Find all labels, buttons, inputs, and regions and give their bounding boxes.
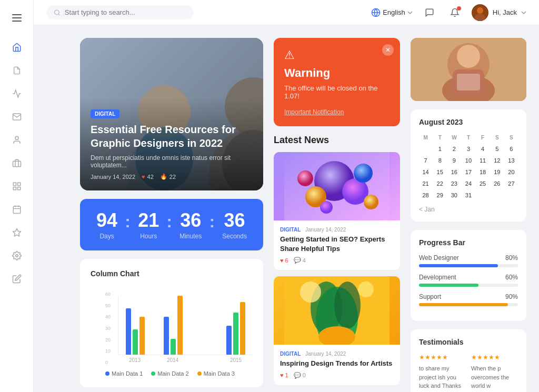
cal-day-7[interactable]: 7	[419, 155, 432, 166]
cal-day-8[interactable]: 8	[433, 155, 446, 166]
svg-marker-13	[13, 229, 21, 236]
news-meta-1: DIGITAL January 14, 2022	[280, 227, 394, 233]
progress-development: Development 60%	[419, 274, 518, 287]
sidebar-item-users[interactable]	[7, 130, 26, 149]
cal-day-4[interactable]: 4	[476, 144, 490, 154]
cal-header-M: M	[419, 133, 432, 143]
chevron-down-icon	[407, 10, 413, 15]
calendar-nav[interactable]: < Jan	[419, 206, 518, 213]
news-card-1[interactable]: DIGITAL January 14, 2022 Getting Started…	[274, 152, 400, 270]
hero-overlay: DIGITAL Essential Free Resources for Gra…	[80, 98, 263, 190]
search-input[interactable]	[65, 8, 186, 16]
cal-prev-label[interactable]: < Jan	[419, 206, 435, 213]
cal-day-9[interactable]: 9	[447, 155, 461, 166]
calendar-title: August 2023	[419, 118, 463, 126]
sidebar-item-messages[interactable]	[7, 107, 26, 126]
legend-dot-orange	[197, 371, 202, 376]
bar-2015-orange	[240, 302, 245, 355]
cal-day-5[interactable]: 5	[491, 144, 504, 154]
countdown-sep-1: :	[125, 212, 131, 232]
cal-day-20[interactable]: 20	[505, 167, 518, 177]
cal-day-empty-4	[505, 190, 518, 200]
progress-fill-3	[419, 303, 508, 306]
warning-title: Warning	[284, 66, 390, 80]
news-card-2[interactable]: DIGITAL January 14, 2022 Inspiring Desig…	[274, 276, 400, 385]
progress-support: Support 90%	[419, 293, 518, 306]
cal-day-28[interactable]: 28	[419, 190, 432, 200]
cal-day-2[interactable]: 2	[447, 144, 461, 154]
sidebar-item-favorites[interactable]	[7, 223, 26, 242]
cal-day-1[interactable]: 1	[433, 144, 446, 154]
warning-close-button[interactable]: ✕	[382, 44, 394, 56]
search-bar[interactable]	[46, 5, 194, 19]
cal-day-31[interactable]: 31	[462, 190, 475, 200]
latest-news-title: Latest News	[274, 135, 400, 146]
cal-day-17[interactable]: 17	[462, 167, 475, 177]
news-reactions-2: ♥ 1 💬 0	[280, 372, 394, 379]
cal-day-6[interactable]: 6	[505, 144, 518, 154]
news-comment-1: 💬 4	[294, 257, 306, 264]
svg-point-43	[358, 282, 374, 297]
svg-rect-5	[13, 183, 16, 185]
language-label: English	[383, 8, 405, 16]
sidebar-item-calendar[interactable]	[7, 200, 26, 219]
sidebar-item-home[interactable]	[7, 38, 26, 57]
bar-2014-blue	[164, 317, 169, 355]
cal-day-14[interactable]: 14	[419, 167, 432, 177]
countdown-widget: 94 Days : 21 Hours : 36 Minutes : 36 Sec…	[80, 199, 263, 250]
middle-column: ✕ ⚠ Warning The office will be closed on…	[274, 38, 400, 392]
news-date-1: January 14, 2022	[305, 227, 346, 233]
hero-tag: DIGITAL	[91, 109, 119, 118]
sidebar-item-analytics[interactable]	[7, 84, 26, 103]
warning-link[interactable]: Important Notification	[284, 108, 390, 116]
sidebar-item-buildings[interactable]	[7, 154, 26, 173]
cal-day-26[interactable]: 26	[491, 178, 504, 189]
sidebar	[0, 0, 34, 392]
cal-day-11[interactable]: 11	[476, 155, 490, 166]
cal-day-empty-2	[476, 190, 490, 200]
testimonial-2: ★★★★★ When the p overcomes the world w s…	[471, 353, 518, 392]
cal-day-24[interactable]: 24	[462, 178, 475, 189]
cal-day-10[interactable]: 10	[462, 155, 475, 166]
bar-2013-orange	[139, 317, 145, 355]
bar-2015-green	[233, 313, 238, 355]
cal-day-18[interactable]: 18	[476, 167, 490, 177]
svg-rect-49	[457, 74, 480, 91]
cal-day-13[interactable]: 13	[505, 155, 518, 166]
cal-day-15[interactable]: 15	[433, 167, 446, 177]
cal-day-12[interactable]: 12	[491, 155, 504, 166]
news-title-1: Getting Started in SEO? Experts Share He…	[280, 235, 394, 254]
chart-legend: Main Data 1 Main Data 2 Main Data 3	[105, 370, 253, 377]
cal-day-3[interactable]: 3	[462, 144, 475, 154]
cal-day-29[interactable]: 29	[433, 190, 446, 200]
cal-day-25[interactable]: 25	[476, 178, 490, 189]
notifications-button[interactable]	[446, 4, 463, 21]
chart-xlabel-2015: 2015	[223, 357, 248, 363]
cal-day-16[interactable]: 16	[447, 167, 461, 177]
cal-day-27[interactable]: 27	[505, 178, 518, 189]
legend-main-data-3: Main Data 3	[197, 370, 235, 377]
sidebar-item-edit[interactable]	[7, 269, 26, 288]
right-hero-image	[411, 38, 526, 101]
cal-day-21[interactable]: 21	[419, 178, 432, 189]
menu-icon[interactable]	[7, 8, 26, 27]
chart-card: Column Chart 0 10 20 30 40 50 60	[80, 259, 263, 387]
cal-day-30[interactable]: 30	[447, 190, 461, 200]
progress-fill-1	[419, 264, 498, 267]
sidebar-item-grid[interactable]	[7, 177, 26, 196]
language-selector[interactable]: English	[371, 8, 413, 17]
chart-xlabel-2014: 2014	[160, 357, 185, 363]
left-column: DIGITAL Essential Free Resources for Gra…	[80, 38, 263, 392]
testimonial-1: ★★★★★ to share my project ish you luck a…	[419, 353, 466, 392]
cal-day-23[interactable]: 23	[447, 178, 461, 189]
cal-day-19[interactable]: 19	[491, 167, 504, 177]
warning-triangle-icon: ⚠	[284, 48, 390, 62]
svg-point-47	[457, 45, 480, 68]
chart-area: 0 10 20 30 40 50 60	[91, 286, 253, 377]
sidebar-item-documents[interactable]	[7, 61, 26, 80]
user-menu[interactable]: Hi, Jack	[472, 4, 526, 21]
messages-button[interactable]	[421, 4, 438, 21]
hero-title: Essential Free Resources for Graphic Des…	[91, 123, 253, 150]
sidebar-item-settings[interactable]	[7, 246, 26, 265]
cal-day-22[interactable]: 22	[433, 178, 446, 189]
